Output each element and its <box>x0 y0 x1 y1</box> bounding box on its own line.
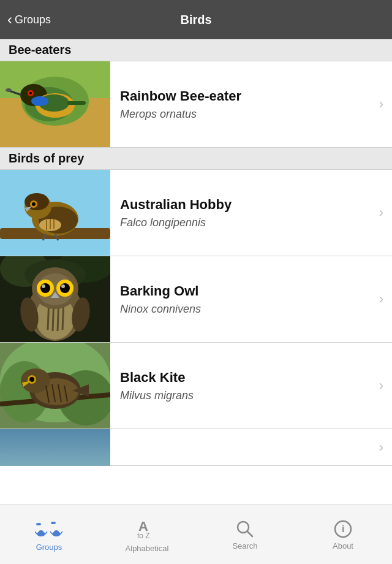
svg-point-6 <box>29 92 32 94</box>
svg-point-21 <box>32 202 36 206</box>
svg-point-70 <box>39 530 43 534</box>
list-item-partial[interactable]: › <box>0 429 392 466</box>
svg-point-44 <box>60 283 70 293</box>
chevron-right-icon-owl: › <box>379 291 392 307</box>
tab-about-label: About <box>333 541 353 551</box>
bird-latin-black-kite: Milvus migrans <box>120 389 369 402</box>
svg-line-71 <box>35 532 37 534</box>
bird-name-barking-owl: Barking Owl <box>120 283 369 300</box>
svg-point-74 <box>54 530 59 534</box>
section-header-birds-of-prey: Birds of prey <box>0 148 392 170</box>
list-item-black-kite[interactable]: Black Kite Milvus migrans › <box>0 343 392 429</box>
bird-name-australian-hobby: Australian Hobby <box>120 196 369 214</box>
bird-latin-rainbow-bee-eater: Merops ornatus <box>120 108 369 121</box>
tab-about[interactable]: i About <box>294 505 392 564</box>
navigation-bar: ‹ Groups Birds <box>0 0 392 39</box>
svg-text:i: i <box>342 524 344 534</box>
svg-line-76 <box>61 532 62 534</box>
tab-groups[interactable]: Groups <box>0 505 98 564</box>
back-chevron-icon: ‹ <box>7 11 12 28</box>
chevron-right-icon-kite: › <box>379 378 392 394</box>
bird-text-barking-owl: Barking Owl Ninox connivens <box>110 283 379 316</box>
bird-name-black-kite: Black Kite <box>120 369 369 387</box>
bird-image-rainbow-bee-eater <box>0 61 110 147</box>
bird-image-partial <box>0 429 110 466</box>
tab-groups-label: Groups <box>36 543 62 552</box>
svg-point-12 <box>31 96 48 106</box>
bird-image-australian-hobby <box>0 170 110 256</box>
tab-search[interactable]: Search <box>196 505 294 564</box>
bird-text-australian-hobby: Australian Hobby Falco longipennis <box>110 196 379 229</box>
svg-point-67 <box>36 523 41 525</box>
search-icon <box>235 519 255 539</box>
svg-point-68 <box>51 522 56 524</box>
svg-line-80 <box>247 532 252 536</box>
tab-alphabetical-label: Alphabetical <box>126 544 169 553</box>
bird-text-rainbow-bee-eater: Rainbow Bee-eater Merops ornatus <box>110 88 379 121</box>
svg-rect-11 <box>67 101 86 105</box>
list-item-barking-owl[interactable]: Barking Owl Ninox connivens › <box>0 256 392 343</box>
info-icon: i <box>333 519 353 539</box>
bird-latin-barking-owl: Ninox connivens <box>120 303 369 316</box>
chevron-right-icon-hobby: › <box>379 205 392 221</box>
tab-bar: Groups A to Z Alphabetical Search i Abou… <box>0 505 392 564</box>
bird-latin-australian-hobby: Falco longipennis <box>120 216 369 229</box>
svg-point-43 <box>40 283 50 293</box>
back-button[interactable]: ‹ Groups <box>7 11 51 28</box>
list-content: Bee-eaters <box>0 39 392 505</box>
groups-icon <box>35 518 63 540</box>
svg-point-8 <box>6 88 12 92</box>
svg-line-75 <box>50 532 52 534</box>
back-label: Groups <box>15 13 51 26</box>
tab-alphabetical[interactable]: A to Z Alphabetical <box>98 505 196 564</box>
section-header-bee-eaters: Bee-eaters <box>0 39 392 61</box>
svg-point-45 <box>42 284 45 288</box>
list-item-rainbow-bee-eater[interactable]: Rainbow Bee-eater Merops ornatus › <box>0 61 392 148</box>
bird-text-black-kite: Black Kite Milvus migrans <box>110 369 379 402</box>
svg-text:to Z: to Z <box>137 532 150 540</box>
bird-image-black-kite <box>0 343 110 429</box>
svg-line-72 <box>45 532 47 534</box>
list-item-australian-hobby[interactable]: Australian Hobby Falco longipennis › <box>0 170 392 256</box>
bird-name-rainbow-bee-eater: Rainbow Bee-eater <box>120 88 369 105</box>
svg-point-46 <box>61 284 65 288</box>
bird-image-barking-owl <box>0 256 110 342</box>
chevron-right-icon-partial: › <box>379 440 392 455</box>
alpha-icon: A to Z <box>135 517 159 541</box>
tab-search-label: Search <box>232 541 257 551</box>
page-title: Birds <box>180 13 211 27</box>
chevron-right-icon: › <box>379 96 392 112</box>
